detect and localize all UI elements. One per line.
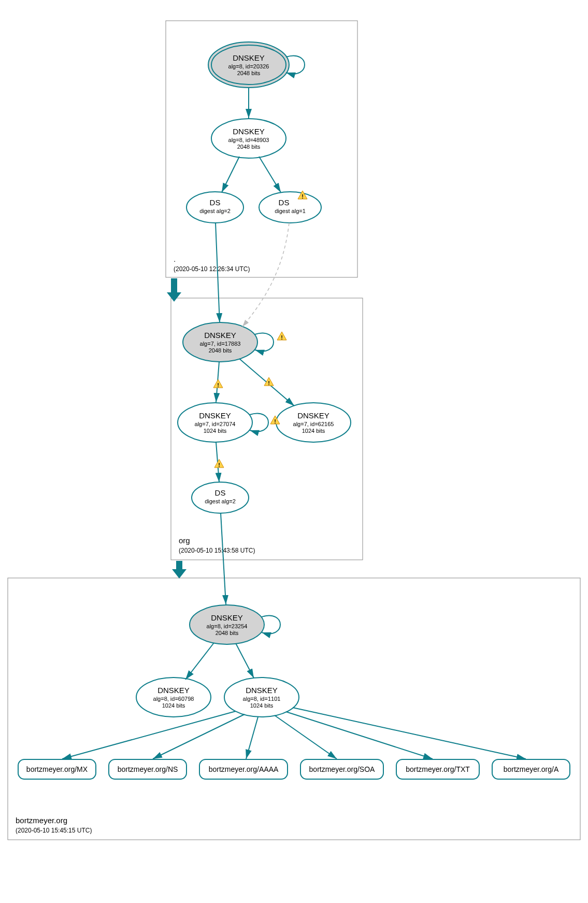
svg-point-32 bbox=[192, 482, 249, 513]
svg-point-12 bbox=[259, 192, 321, 223]
svg-text:bortzmeyer.org/MX: bortzmeyer.org/MX bbox=[26, 765, 88, 773]
node-rr-ns[interactable]: bortzmeyer.org/NS bbox=[109, 759, 187, 779]
zone-ts-org: (2020-05-10 15:43:58 UTC) bbox=[179, 547, 255, 554]
svg-text:digest alg=2: digest alg=2 bbox=[199, 208, 231, 214]
svg-text:DNSKEY: DNSKEY bbox=[233, 127, 265, 136]
edge-ds1-k3 bbox=[216, 223, 220, 322]
warning-icon: ! bbox=[214, 459, 224, 468]
svg-text:alg=7, id=17883: alg=7, id=17883 bbox=[200, 341, 241, 347]
edge-k8-r4 bbox=[275, 715, 337, 759]
node-dnskey-org-zsk-62165[interactable]: DNSKEY alg=7, id=62165 1024 bits bbox=[276, 403, 351, 442]
edge-k6-k8 bbox=[236, 643, 254, 678]
svg-text:!: ! bbox=[281, 334, 283, 341]
svg-text:DNSKEY: DNSKEY bbox=[246, 686, 278, 695]
svg-text:!: ! bbox=[302, 193, 304, 200]
zone-ts-domain: (2020-05-10 15:45:15 UTC) bbox=[16, 827, 92, 834]
zone-box-domain bbox=[8, 578, 580, 840]
edge-k2-ds2 bbox=[259, 157, 281, 192]
svg-text:digest alg=2: digest alg=2 bbox=[205, 498, 236, 504]
node-dnskey-org-zsk-27074[interactable]: DNSKEY alg=7, id=27074 1024 bits bbox=[178, 403, 252, 442]
warning-icon: ! bbox=[213, 379, 223, 388]
svg-text:bortzmeyer.org/NS: bortzmeyer.org/NS bbox=[118, 765, 178, 773]
svg-point-9 bbox=[187, 192, 243, 223]
svg-text:1024 bits: 1024 bits bbox=[204, 428, 227, 434]
edge-k6-k7 bbox=[185, 643, 214, 680]
svg-text:1024 bits: 1024 bits bbox=[162, 702, 185, 709]
edge-ds2-k3-dashed bbox=[242, 223, 289, 327]
node-ds-org-alg2[interactable]: DS digest alg=2 bbox=[187, 192, 243, 223]
svg-text:DS: DS bbox=[279, 198, 290, 207]
zone-name-org: org bbox=[179, 536, 190, 545]
svg-text:DNSKEY: DNSKEY bbox=[199, 411, 231, 420]
svg-text:bortzmeyer.org/AAAA: bortzmeyer.org/AAAA bbox=[209, 765, 279, 773]
node-ds-domain-alg2[interactable]: DS digest alg=2 bbox=[192, 482, 249, 513]
node-ds-org-alg1[interactable]: DS digest alg=1 ! bbox=[259, 191, 321, 223]
warning-icon: ! bbox=[277, 332, 286, 341]
svg-text:1024 bits: 1024 bits bbox=[302, 428, 325, 434]
edge-k8-r1 bbox=[62, 711, 236, 759]
svg-text:1024 bits: 1024 bits bbox=[250, 702, 274, 709]
zone-ts-root: (2020-05-10 12:26:34 UTC) bbox=[174, 265, 250, 273]
node-dnskey-root-ksk[interactable]: DNSKEY alg=8, id=20326 2048 bits bbox=[208, 42, 289, 88]
svg-text:!: ! bbox=[217, 382, 219, 388]
svg-text:alg=8, id=23254: alg=8, id=23254 bbox=[207, 623, 248, 629]
node-rr-soa[interactable]: bortzmeyer.org/SOA bbox=[300, 759, 383, 779]
node-rr-mx[interactable]: bortzmeyer.org/MX bbox=[18, 759, 96, 779]
svg-text:alg=8, id=48903: alg=8, id=48903 bbox=[228, 137, 269, 143]
edge-k8-r3 bbox=[246, 717, 258, 759]
svg-text:alg=7, id=27074: alg=7, id=27074 bbox=[195, 421, 236, 427]
edge-ds3-k6 bbox=[221, 513, 226, 604]
svg-text:DNSKEY: DNSKEY bbox=[157, 686, 190, 695]
node-dnskey-org-ksk[interactable]: DNSKEY alg=7, id=17883 2048 bits bbox=[183, 322, 257, 362]
svg-text:DS: DS bbox=[210, 198, 221, 207]
node-dnskey-root-zsk[interactable]: DNSKEY alg=8, id=48903 2048 bits bbox=[211, 119, 286, 158]
svg-text:2048 bits: 2048 bits bbox=[237, 144, 261, 150]
svg-text:2048 bits: 2048 bits bbox=[216, 630, 239, 636]
svg-text:DNSKEY: DNSKEY bbox=[233, 53, 265, 62]
zone-arrow-org-to-domain bbox=[172, 561, 187, 579]
node-rr-aaaa[interactable]: bortzmeyer.org/AAAA bbox=[199, 759, 288, 779]
node-rr-txt[interactable]: bortzmeyer.org/TXT bbox=[396, 759, 479, 779]
edge-k2-ds1 bbox=[222, 157, 239, 192]
svg-text:digest alg=1: digest alg=1 bbox=[275, 208, 306, 214]
svg-text:alg=8, id=1101: alg=8, id=1101 bbox=[243, 696, 281, 702]
svg-text:DNSKEY: DNSKEY bbox=[211, 613, 243, 622]
svg-text:DS: DS bbox=[215, 488, 226, 497]
svg-text:DNSKEY: DNSKEY bbox=[297, 411, 329, 420]
svg-text:bortzmeyer.org/A: bortzmeyer.org/A bbox=[504, 765, 559, 773]
svg-text:bortzmeyer.org/SOA: bortzmeyer.org/SOA bbox=[309, 765, 375, 773]
node-dnskey-domain-ksk[interactable]: DNSKEY alg=8, id=23254 2048 bits bbox=[190, 605, 264, 644]
svg-text:alg=8, id=20326: alg=8, id=20326 bbox=[228, 63, 269, 69]
node-dnskey-domain-zsk-60798[interactable]: DNSKEY alg=8, id=60798 1024 bits bbox=[136, 678, 211, 717]
svg-text:bortzmeyer.org/TXT: bortzmeyer.org/TXT bbox=[406, 765, 470, 773]
svg-text:2048 bits: 2048 bits bbox=[237, 70, 261, 76]
node-rr-a[interactable]: bortzmeyer.org/A bbox=[492, 759, 570, 779]
zone-name-root: . bbox=[174, 255, 176, 263]
svg-text:DNSKEY: DNSKEY bbox=[204, 331, 236, 340]
svg-text:alg=7, id=62165: alg=7, id=62165 bbox=[293, 421, 334, 427]
dnssec-graph: . (2020-05-10 12:26:34 UTC) org (2020-05… bbox=[0, 0, 588, 903]
svg-text:2048 bits: 2048 bits bbox=[209, 347, 232, 354]
zone-name-domain: bortzmeyer.org bbox=[16, 816, 67, 825]
svg-text:!: ! bbox=[218, 462, 220, 468]
svg-text:!: ! bbox=[268, 380, 270, 386]
svg-text:!: ! bbox=[274, 418, 276, 425]
edge-k8-r5 bbox=[286, 712, 433, 759]
svg-text:alg=8, id=60798: alg=8, id=60798 bbox=[153, 696, 194, 702]
